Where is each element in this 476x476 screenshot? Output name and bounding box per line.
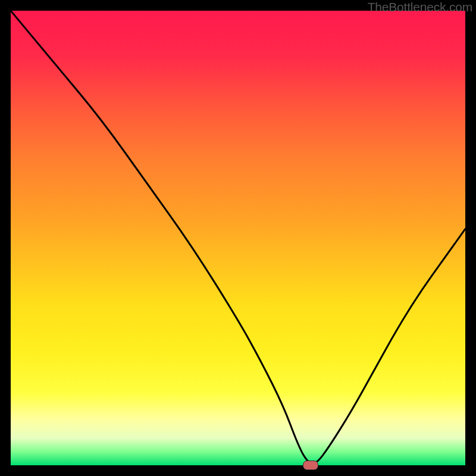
optimal-point-marker: [303, 461, 318, 470]
watermark-text: TheBottleneck.com: [368, 0, 472, 14]
plot-background-gradient: [11, 11, 465, 465]
chart-container: TheBottleneck.com: [0, 0, 476, 476]
